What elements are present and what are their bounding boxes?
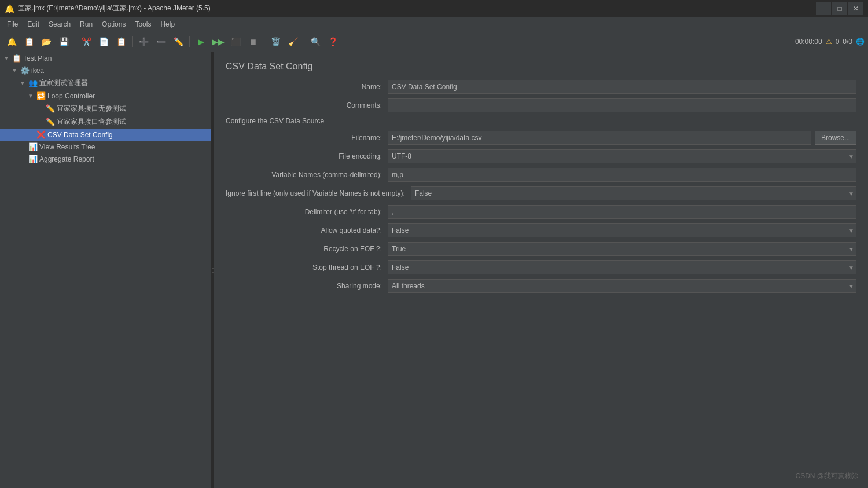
toolbar-open[interactable]: 📂: [38, 34, 54, 50]
view-results-label: View Results Tree: [39, 143, 95, 151]
warning-icon: ⚠: [826, 38, 832, 46]
tree-item-test-plan[interactable]: ▼ 📋 Test Plan: [0, 52, 211, 64]
toolbar-start-no-pause[interactable]: ▶▶: [210, 34, 226, 50]
allow-quoted-row: Allow quoted data?: False True ▼: [226, 223, 856, 237]
toggle-ikea[interactable]: ▼: [10, 67, 19, 74]
name-row: Name:: [226, 80, 856, 94]
globe-icon: 🌐: [856, 38, 865, 46]
toggle-aggregate: ▶: [19, 156, 27, 162]
tree-item-api-no-param[interactable]: ▶ ✏️ 宜家家具接口无参测试: [0, 102, 211, 115]
manager-label: 宜家测试管理器: [39, 78, 88, 88]
ignore-first-line-row: Ignore first line (only used if Variable…: [226, 186, 856, 200]
toolbar-toggle[interactable]: ✏️: [170, 34, 186, 50]
csv-icon: ❌: [36, 130, 46, 139]
csv-label: CSV Data Set Config: [47, 131, 113, 139]
file-encoding-select[interactable]: UTF-8 ISO-8859-1 UTF-16: [388, 149, 856, 163]
toolbar-copy[interactable]: 📄: [95, 34, 112, 50]
sharing-mode-select[interactable]: All threads Current thread group Current…: [388, 279, 856, 293]
aggregate-icon: 📊: [28, 155, 38, 163]
delimiter-label: Delimiter (use '\t' for tab):: [226, 208, 388, 216]
toggle-api-no-param: ▶: [36, 105, 44, 112]
toolbar-collapse[interactable]: ➖: [153, 34, 169, 50]
view-results-icon: 📊: [28, 142, 38, 151]
elapsed-time: 00:00:00: [795, 38, 822, 46]
toggle-test-plan[interactable]: ▼: [2, 55, 10, 61]
tree-item-aggregate[interactable]: ▶ 📊 Aggregate Report: [0, 153, 211, 165]
toolbar-paste[interactable]: 📋: [113, 34, 129, 50]
loop-label: Loop Controller: [47, 92, 95, 100]
comments-label: Comments:: [226, 101, 388, 109]
browse-button[interactable]: Browse...: [815, 131, 856, 145]
close-button[interactable]: ✕: [848, 2, 863, 15]
toggle-csv: ▶: [27, 131, 35, 138]
name-input[interactable]: [388, 80, 856, 94]
api-with-param-icon: ✏️: [46, 118, 55, 126]
allow-quoted-select[interactable]: False True: [388, 223, 856, 237]
sharing-mode-wrapper: All threads Current thread group Current…: [388, 279, 856, 293]
toolbar-clear[interactable]: 🗑️: [267, 34, 284, 50]
toolbar: 🔔 📋 📂 💾 ✂️ 📄 📋 ➕ ➖ ✏️ ▶ ▶▶ ⬛ ⏹ 🗑️ 🧹 🔍 ❓ …: [0, 31, 868, 52]
comments-row: Comments:: [226, 98, 856, 112]
toolbar-stop[interactable]: ⬛: [227, 34, 244, 50]
ignore-first-line-label: Ignore first line (only used if Variable…: [226, 189, 411, 197]
variable-names-row: Variable Names (comma-delimited):: [226, 168, 856, 182]
window-controls: — □ ✕: [816, 2, 863, 15]
name-label: Name:: [226, 83, 388, 91]
toolbar-shutdown[interactable]: ⏹: [245, 34, 261, 50]
toolbar-new[interactable]: 🔔: [3, 34, 20, 50]
toolbar-help[interactable]: ❓: [325, 34, 341, 50]
menu-run[interactable]: Run: [75, 19, 97, 30]
allow-quoted-label: Allow quoted data?:: [226, 226, 388, 234]
toggle-manager[interactable]: ▼: [19, 80, 27, 86]
allow-quoted-wrapper: False True ▼: [388, 223, 856, 237]
stop-thread-select[interactable]: False True: [388, 260, 856, 274]
toolbar-start[interactable]: ▶: [193, 34, 209, 50]
toggle-loop[interactable]: ▼: [27, 93, 35, 99]
menu-help[interactable]: Help: [156, 19, 179, 30]
recycle-eof-select[interactable]: True False: [388, 242, 856, 256]
separator-5: [304, 36, 304, 47]
maximize-button[interactable]: □: [832, 2, 847, 15]
delimiter-input[interactable]: [388, 205, 856, 219]
menu-options[interactable]: Options: [97, 19, 130, 30]
filename-input[interactable]: [388, 131, 811, 145]
separator-1: [75, 36, 75, 47]
menu-search[interactable]: Search: [44, 19, 75, 30]
toolbar-expand[interactable]: ➕: [135, 34, 152, 50]
menu-edit[interactable]: Edit: [23, 19, 44, 30]
comments-input[interactable]: [388, 98, 856, 112]
variable-names-label: Variable Names (comma-delimited):: [226, 171, 388, 179]
tree-item-loop[interactable]: ▼ 🔁 Loop Controller: [0, 90, 211, 102]
variable-names-input[interactable]: [388, 168, 856, 182]
toolbar-search[interactable]: 🔍: [307, 34, 323, 50]
tree-item-view-results[interactable]: ▶ 📊 View Results Tree: [0, 141, 211, 153]
tree-item-csv[interactable]: ▶ ❌ CSV Data Set Config: [0, 129, 211, 141]
recycle-eof-row: Recycle on EOF ?: True False ▼: [226, 242, 856, 256]
tree-item-api-with-param[interactable]: ▶ ✏️ 宜家家具接口含参测试: [0, 115, 211, 129]
toolbar-save[interactable]: 💾: [56, 34, 72, 50]
api-no-param-label: 宜家家具接口无参测试: [57, 104, 126, 113]
toolbar-status: 00:00:00 ⚠ 0 0/0 🌐: [795, 38, 865, 46]
toolbar-cut[interactable]: ✂️: [78, 34, 94, 50]
section-header: Configure the CSV Data Source: [226, 117, 856, 125]
ikea-label: ikea: [31, 67, 44, 75]
watermark: CSDN @我可真糊涂: [795, 471, 859, 481]
menu-file[interactable]: File: [2, 19, 23, 30]
tree-item-ikea[interactable]: ▼ ⚙️ ikea: [0, 64, 211, 76]
ratio-display: 0/0: [843, 38, 852, 46]
test-plan-label: Test Plan: [23, 54, 52, 63]
panel-title: CSV Data Set Config: [226, 61, 856, 72]
menu-tools[interactable]: Tools: [130, 19, 156, 30]
warning-count: 0: [836, 38, 840, 46]
api-no-param-icon: ✏️: [46, 104, 55, 113]
minimize-button[interactable]: —: [816, 2, 831, 15]
stop-thread-row: Stop thread on EOF ?: False True ▼: [226, 260, 856, 274]
ignore-first-line-select[interactable]: False True: [411, 186, 856, 200]
toolbar-clear-all[interactable]: 🧹: [285, 34, 301, 50]
ikea-icon: ⚙️: [20, 66, 30, 75]
toolbar-templates[interactable]: 📋: [21, 34, 37, 50]
ignore-first-line-wrapper: False True ▼: [411, 186, 856, 200]
filename-label: Filename:: [226, 134, 388, 142]
api-with-param-label: 宜家家具接口含参测试: [57, 117, 126, 127]
tree-item-manager[interactable]: ▼ 👥 宜家测试管理器: [0, 76, 211, 90]
